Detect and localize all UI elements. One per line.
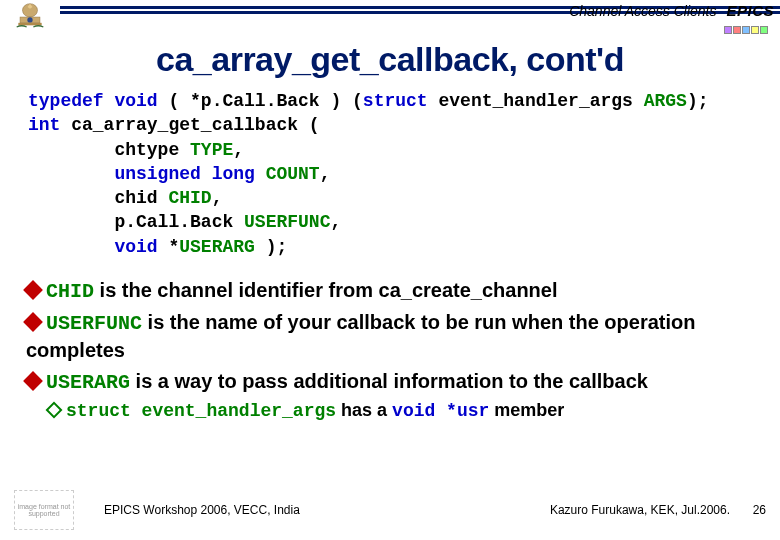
svg-point-2 bbox=[27, 17, 32, 22]
sub-code: void *usr bbox=[392, 401, 489, 421]
header-bar: Channel Access Clients EPICS bbox=[0, 0, 780, 34]
footer-right: Kazuro Furukawa, KEK, Jul.2006. bbox=[550, 503, 730, 517]
code-text: , bbox=[330, 212, 341, 232]
code-text: chtype bbox=[28, 140, 190, 160]
bullet-code: USERARG bbox=[46, 371, 130, 394]
code-text: chid bbox=[28, 188, 168, 208]
brand-text: EPICS bbox=[726, 2, 774, 19]
bullet-item: USERFUNC is the name of your callback to… bbox=[26, 309, 760, 364]
code-text: ca_array_get_callback ( bbox=[60, 115, 319, 135]
sub-text: has a bbox=[336, 400, 392, 420]
code-text: ( *p.Call.Back ) ( bbox=[158, 91, 363, 111]
diamond-filled-icon bbox=[23, 371, 43, 391]
bullet-code: USERFUNC bbox=[46, 312, 142, 335]
arg: CHID bbox=[168, 188, 211, 208]
kw: typedef void bbox=[28, 91, 158, 111]
bullet-text: is the channel identifier from ca_create… bbox=[94, 279, 558, 301]
epics-logo-boxes bbox=[724, 26, 768, 34]
emblem-icon bbox=[0, 0, 60, 34]
code-text: ); bbox=[255, 237, 287, 257]
arg: ARGS bbox=[644, 91, 687, 111]
bullet-text: is a way to pass additional information … bbox=[130, 370, 648, 392]
arg: USERARG bbox=[179, 237, 255, 257]
code-text: event_handler_args bbox=[428, 91, 644, 111]
code-text: , bbox=[212, 188, 223, 208]
arg: COUNT bbox=[255, 164, 320, 184]
code-text: ); bbox=[687, 91, 709, 111]
diamond-filled-icon bbox=[23, 312, 43, 332]
bullet-item: USERARG is a way to pass additional info… bbox=[26, 368, 760, 396]
code-text: , bbox=[320, 164, 331, 184]
arg: USERFUNC bbox=[244, 212, 330, 232]
code-block: typedef void ( *p.Call.Back ) (struct ev… bbox=[28, 89, 760, 259]
code-text: * bbox=[158, 237, 180, 257]
sub-text: member bbox=[489, 400, 564, 420]
slide-title: ca_array_get_callback, cont'd bbox=[0, 40, 780, 79]
section-label: Channel Access Clients bbox=[569, 3, 716, 19]
code-text bbox=[28, 237, 114, 257]
kw: int bbox=[28, 115, 60, 135]
arg: TYPE bbox=[190, 140, 233, 160]
code-text: , bbox=[233, 140, 244, 160]
footer-left: EPICS Workshop 2006, VECC, India bbox=[104, 503, 300, 517]
svg-rect-3 bbox=[18, 23, 41, 26]
bullet-item: CHID is the channel identifier from ca_c… bbox=[26, 277, 760, 305]
sub-bullet: struct event_handler_args has a void *us… bbox=[48, 400, 760, 421]
footer-page-number: 26 bbox=[753, 503, 766, 517]
footer-image-placeholder: image format not supported bbox=[14, 490, 74, 530]
diamond-filled-icon bbox=[23, 280, 43, 300]
kw: void bbox=[114, 237, 157, 257]
footer: image format not supported EPICS Worksho… bbox=[0, 490, 780, 530]
kw: struct bbox=[363, 91, 428, 111]
slide: Channel Access Clients EPICS ca_array_ge… bbox=[0, 0, 780, 540]
bullet-list: CHID is the channel identifier from ca_c… bbox=[26, 277, 760, 396]
header-right: Channel Access Clients EPICS bbox=[569, 2, 774, 19]
bullet-code: CHID bbox=[46, 280, 94, 303]
code-text: p.Call.Back bbox=[28, 212, 244, 232]
sub-code: struct event_handler_args bbox=[66, 401, 336, 421]
diamond-outline-icon bbox=[46, 401, 63, 418]
kw: unsigned long bbox=[28, 164, 255, 184]
